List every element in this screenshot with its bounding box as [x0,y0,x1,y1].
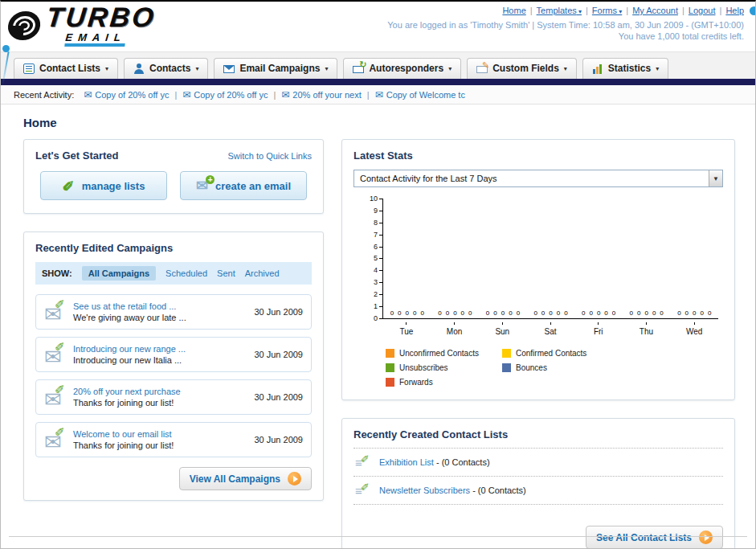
campaign-title-link[interactable]: See us at the retail food ... [73,301,245,311]
y-tick-label: 1 [374,303,382,310]
campaign-title-link[interactable]: 20% off your next purchase [73,387,245,396]
login-info: You are logged in as 'Timothy Smith' | S… [387,20,744,30]
campaign-subtitle: Introducing our new Italia ... [73,355,245,365]
recent-activity-link[interactable]: ✉20% off your next [281,89,361,100]
y-tick-label: 4 [374,267,382,274]
custom-fields-icon [476,66,488,73]
tab-contact-lists[interactable]: Contact Lists▾ [14,58,118,79]
link-separator: | [174,90,177,100]
chart-value: 0 [420,309,423,317]
get-started-panel: Let's Get Started Switch to Quick Links … [23,139,324,214]
top-link-logout[interactable]: Logout [689,6,716,15]
x-tick-label: Tue [382,322,431,336]
contact-list-link[interactable]: Exhibition List [379,457,434,467]
y-tick-label: 2 [374,291,382,298]
top-link-my-account[interactable]: My Account [632,6,678,15]
campaign-filters: All CampaignsScheduledSentArchived [82,266,280,281]
nav-divider-bar [1,79,755,85]
contact-list-items: Exhibition List - (0 Contacts)Newsletter… [353,449,723,505]
legend-item: Unconfirmed Contacts [386,349,502,358]
recent-activity-link[interactable]: ✉Copy of Welcome tc [375,89,465,100]
filter-sent[interactable]: Sent [217,268,235,278]
recent-campaigns-title: Recently Edited Campaigns [35,242,312,254]
link-separator: | [367,90,370,100]
chart-value: 0 [461,309,464,317]
filter-archived[interactable]: Archived [245,268,280,278]
contact-list-link[interactable]: Newsletter Subscribers [379,485,470,495]
chart-value: 0 [468,309,472,317]
tab-autoresponders[interactable]: Autoresponders▾ [343,58,461,79]
create-email-label: create an email [215,180,291,192]
chevron-down-icon: ▾ [617,8,622,15]
link-separator: | [626,6,628,15]
campaign-title-link[interactable]: Welcome to our email list [73,429,245,439]
statistics-icon [592,64,603,74]
header: TURBO EMAIL Home|Templates ▾|Forms ▾|My … [1,2,755,51]
campaign-date: 30 Jun 2009 [245,435,303,445]
legend-item: Bounces [502,363,619,372]
chart-value: 0 [660,309,663,317]
view-all-campaigns-button[interactable]: View All Campaigns [179,467,312,490]
switch-quick-links-link[interactable]: Switch to Quick Links [227,151,312,161]
chart-value-group: 00000 [623,309,671,318]
legend-item: Unsubscribes [386,363,502,372]
tab-label: Contact Lists [39,63,100,74]
main-content: Home Let's Get Started Switch to Quick L… [1,104,755,549]
legend-swatch [386,349,394,358]
chart-value: 0 [644,309,648,317]
stats-period-select[interactable]: Contact Activity for the Last 7 Days ▼ [353,170,723,187]
top-link-help[interactable]: Help [725,6,744,15]
chevron-down-icon: ▼ [709,170,722,186]
x-tick-label: Sat [526,322,574,336]
campaign-row[interactable]: 20% off your next purchaseThanks for joi… [35,379,312,415]
campaign-filter-bar: SHOW: All CampaignsScheduledSentArchived [35,262,312,285]
campaign-envelope-pencil-icon [44,428,73,452]
recent-activity-link[interactable]: ✉Copy of 20% off yc [84,89,169,100]
chart-value: 0 [438,309,441,317]
contact-list-text: Newsletter Subscribers - (0 Contacts) [379,485,526,495]
tab-email-campaigns[interactable]: Email Campaigns▾ [214,58,337,79]
chart-x-labels: TueMonSunSatFriThuWed [382,322,718,336]
recent-activity-link[interactable]: ✉Copy of 20% off yc [182,89,268,100]
tab-label: Custom Fields [492,63,559,74]
chart-value: 0 [612,309,615,317]
tab-statistics[interactable]: Statistics▾ [582,58,668,79]
campaign-row[interactable]: Welcome to our email listThanks for join… [35,422,312,457]
filter-all-campaigns[interactable]: All Campaigns [82,266,156,281]
top-link-forms[interactable]: Forms ▾ [592,6,622,15]
envelope-icon: ✉ [84,89,92,100]
tab-contacts[interactable]: Contacts▾ [124,58,208,79]
chart-value-group: 00000 [479,309,527,318]
autoresponders-icon [353,66,364,73]
chevron-down-icon: ▾ [577,8,582,15]
tab-custom-fields[interactable]: Custom Fields▾ [467,58,577,79]
create-email-button[interactable]: create an email [180,171,307,200]
top-link-templates[interactable]: Templates ▾ [537,6,582,15]
contact-list-row[interactable]: Exhibition List - (0 Contacts) [353,449,723,477]
list-pencil-icon [355,455,371,469]
chart-value: 0 [589,309,592,317]
campaign-title-link[interactable]: Introducing our new range ... [73,344,245,354]
link-separator: | [586,6,588,15]
manage-lists-button[interactable]: manage lists [40,171,167,200]
tab-label: Statistics [608,63,651,74]
top-link-home[interactable]: Home [502,6,525,15]
campaign-row[interactable]: Introducing our new range ...Introducing… [35,337,312,372]
legend-label: Forwards [399,378,433,387]
campaign-subtitle: Thanks for joining our list! [73,398,245,408]
contact-list-row[interactable]: Newsletter Subscribers - (0 Contacts) [353,477,723,505]
y-tick-label: 10 [370,195,382,203]
chart-value: 0 [557,309,560,317]
chart-value: 0 [582,309,585,317]
filter-scheduled[interactable]: Scheduled [166,268,207,278]
tab-label: Contacts [149,63,190,74]
y-tick-label: 8 [374,219,382,227]
link-separator: | [720,6,722,15]
legend-label: Unconfirmed Contacts [399,349,479,358]
app-logo: TURBO EMAIL [5,5,157,47]
campaign-row[interactable]: See us at the retail food ...We're givin… [35,294,312,330]
chart-legend: Unconfirmed ContactsConfirmed ContactsUn… [386,349,723,387]
see-all-contact-lists-button[interactable]: See All Contact Lists [586,526,723,549]
chart-value: 0 [708,309,711,317]
link-separator: | [530,6,533,15]
